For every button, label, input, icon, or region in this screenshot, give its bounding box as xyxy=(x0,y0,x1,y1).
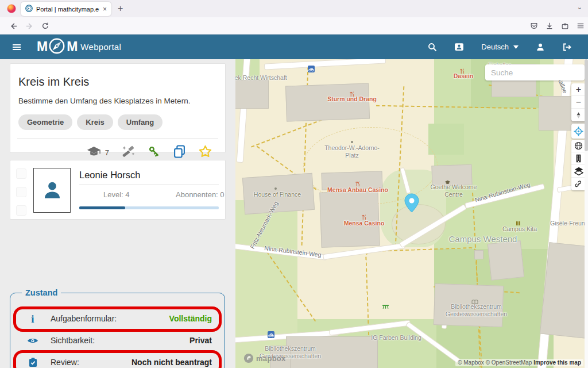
favorite-star-icon[interactable] xyxy=(198,144,212,161)
attribution-osm[interactable]: © OpenStreetMap xyxy=(486,359,532,366)
map-building xyxy=(474,250,483,259)
map-attribution: © Mapbox © OpenStreetMap Improve this ma… xyxy=(455,359,583,366)
zoom-out-button[interactable]: − xyxy=(571,96,586,109)
account-badge-icon[interactable] xyxy=(454,42,464,52)
building-3d-icon[interactable] xyxy=(571,152,586,165)
divider xyxy=(79,185,219,185)
author-action-placeholder[interactable] xyxy=(16,168,26,179)
logout-icon[interactable] xyxy=(562,43,572,52)
tag-chip[interactable]: Umfang xyxy=(118,114,163,130)
geolocate-button[interactable] xyxy=(571,124,586,139)
sidebar-menu-icon[interactable] xyxy=(13,44,21,51)
forward-button[interactable] xyxy=(23,20,36,32)
map-path xyxy=(251,119,322,147)
map-label-mensa-anbau: Mensa Anbau Casino xyxy=(318,186,398,194)
back-button[interactable] xyxy=(7,20,20,32)
downloads-cap-icon[interactable] xyxy=(86,146,102,159)
map-building-kita xyxy=(488,240,524,281)
map-search-input[interactable] xyxy=(485,64,585,80)
map-label-adorno-platz: Theodor-W.-Adorno-Platz xyxy=(323,144,381,159)
tag-list: Geometrie Kreis Umfang xyxy=(18,114,225,130)
language-selector[interactable]: Deutsch xyxy=(481,43,519,51)
map-building-mensa xyxy=(319,190,380,248)
key-icon[interactable] xyxy=(148,145,161,160)
map-zoom-controls: + − xyxy=(571,83,586,121)
map-label-ig-farben: IG Farben Building xyxy=(359,334,434,342)
state-section: Zustand i Aufgabenformular: Vollständig … xyxy=(10,288,225,368)
picnic-icon xyxy=(382,301,389,311)
map-label-campus-kita: Campus Kita xyxy=(494,225,546,233)
bicycle-icon xyxy=(308,64,315,75)
mapbox-logo[interactable]: mapbox xyxy=(243,353,286,363)
globe-icon[interactable] xyxy=(571,140,586,152)
tab-title: Portal | mathcitymap.eu xyxy=(36,6,99,13)
clipboard-check-icon xyxy=(25,357,40,367)
author-card: Leonie Horsch Level: 4 Abonnenten: 0 xyxy=(10,160,226,220)
scrollbar-thumb[interactable] xyxy=(585,59,588,151)
map-canvas[interactable]: Bibliothek Recht Wirtschaft Eiskeller Da… xyxy=(235,59,588,368)
menu-hamburger-icon[interactable] xyxy=(574,20,587,32)
chevron-down-icon xyxy=(513,45,519,49)
state-row-review: Review: Noch nicht beantragt xyxy=(17,351,218,368)
status-value: Privat xyxy=(189,336,212,345)
task-location-marker[interactable] xyxy=(404,193,419,215)
mcm-logo[interactable]: M M Webportal xyxy=(37,37,121,57)
avatar[interactable] xyxy=(33,168,71,213)
copy-task-icon[interactable] xyxy=(173,145,185,160)
level-progress-bar xyxy=(79,206,219,209)
map-label-mensa-casino: Mensa Casino xyxy=(335,220,393,227)
author-name[interactable]: Leonie Horsch xyxy=(79,170,140,181)
map-label-campus-westend: Campus Westend xyxy=(446,234,520,244)
list-all-tabs-icon[interactable]: ⌄ xyxy=(577,3,582,11)
map-building xyxy=(235,80,269,109)
map-label-goethe-welcome: Goethe Welcome Centre xyxy=(425,183,482,198)
tab-favicon-compass-icon xyxy=(25,4,33,14)
new-tab-button[interactable]: + xyxy=(118,2,123,15)
tab-close-icon[interactable]: × xyxy=(103,5,107,13)
author-action-placeholder[interactable] xyxy=(16,187,26,197)
firefox-logo-icon[interactable] xyxy=(7,4,16,16)
geolocate-control xyxy=(571,124,586,139)
zoom-in-button[interactable]: + xyxy=(571,83,586,96)
author-action-placeholder[interactable] xyxy=(16,205,26,216)
layers-icon[interactable] xyxy=(571,165,586,178)
map-poi-dot xyxy=(351,141,353,143)
attribution-improve-link[interactable]: Improve this map xyxy=(533,359,581,366)
search-icon[interactable] xyxy=(428,43,437,52)
tag-chip[interactable]: Kreis xyxy=(77,114,113,130)
author-level: Level: 4 xyxy=(103,190,130,199)
map-poi-dot xyxy=(274,187,277,190)
page-scrollbar[interactable] xyxy=(585,59,588,368)
author-subscribers: Abonnenten: 0 xyxy=(176,190,225,199)
tab-strip: Portal | mathcitymap.eu × + ⌄ xyxy=(0,0,588,17)
map-label-gisele-freund: Gisèle-Freund-Platz xyxy=(550,220,588,227)
level-progress-fill xyxy=(79,206,125,209)
map-green-area xyxy=(428,124,464,155)
edit-wand-icon[interactable] xyxy=(122,145,135,160)
reload-button[interactable] xyxy=(39,20,52,32)
attribution-mapbox[interactable]: © Mapbox xyxy=(458,359,484,366)
map-label-bibliothek-recht: Bibliothek Recht Wirtschaft xyxy=(235,74,294,82)
profile-icon[interactable] xyxy=(536,43,545,52)
app-header: M M Webportal Deutsch xyxy=(0,34,588,59)
tag-chip[interactable]: Geometrie xyxy=(18,114,72,130)
browser-tab[interactable]: Portal | mathcitymap.eu × xyxy=(21,2,111,16)
compass-pitch-icon[interactable] xyxy=(571,109,586,121)
pocket-icon[interactable] xyxy=(528,20,540,32)
downloads-icon[interactable] xyxy=(543,20,556,32)
browser-toolbar: https://mathcitymap.eu/de/portal/#!/task… xyxy=(0,17,588,34)
status-value: Vollständig xyxy=(169,314,212,323)
extensions-icon[interactable] xyxy=(559,20,571,32)
info-icon: i xyxy=(25,313,40,324)
link-icon[interactable] xyxy=(571,178,586,190)
state-row-sichtbarkeit: Sichtbarkeit: Privat xyxy=(17,329,218,351)
task-description: Bestimme den Umfang des Kiesplatzes in M… xyxy=(18,97,225,105)
compass-logo-icon xyxy=(48,37,66,57)
status-value: Noch nicht beantragt xyxy=(131,358,212,367)
download-count: 7 xyxy=(105,148,109,157)
map-tool-controls xyxy=(571,140,586,190)
map-label-dasein: Dasein xyxy=(443,72,483,80)
eye-icon xyxy=(25,337,40,344)
task-detail-panel: Kreis im Kreis Bestimme den Umfang des K… xyxy=(0,59,235,368)
task-card: Kreis im Kreis Bestimme den Umfang des K… xyxy=(10,63,226,153)
